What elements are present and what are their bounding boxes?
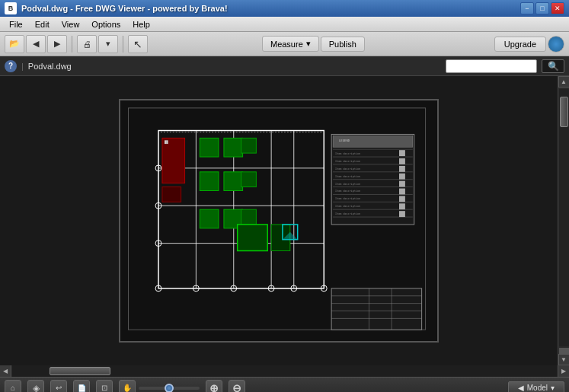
app-icon: B — [5, 2, 17, 14]
svg-rect-47 — [399, 166, 405, 172]
window-controls: − □ ✕ — [520, 2, 564, 14]
svg-text:Item description: Item description — [335, 197, 360, 200]
svg-rect-21 — [224, 138, 243, 157]
layers-button[interactable]: ◈ — [27, 380, 44, 393]
address-bar: ? | Podval.dwg 🔍 — [0, 56, 569, 76]
svg-text:Item description: Item description — [335, 175, 360, 178]
back-button[interactable]: ◀ — [26, 35, 46, 53]
svg-rect-51 — [399, 196, 405, 202]
address-separator: | — [21, 62, 24, 71]
zoom-slider-container: ✋ — [119, 380, 200, 393]
menu-options[interactable]: Options — [85, 18, 126, 30]
menu-view[interactable]: View — [56, 18, 86, 30]
pages-button[interactable]: 📄 — [73, 380, 90, 393]
status-bar: ⌂ ◈ ↩ 📄 ⊡ ✋ ⊕ ⊖ ◀ Model ▾ — [0, 377, 569, 392]
svg-text:Item description: Item description — [335, 205, 360, 208]
zoom-in-button[interactable]: ⊕ — [206, 380, 222, 393]
scroll-up-button[interactable]: ▲ — [558, 76, 570, 88]
svg-rect-50 — [399, 189, 405, 195]
drawing-container: ██ LEGEND Item description Item descript… — [119, 99, 439, 343]
main-content: ██ LEGEND Item description Item descript… — [0, 76, 569, 365]
file-name: Podval.dwg — [28, 62, 72, 71]
home-button[interactable]: ⌂ — [5, 380, 21, 393]
view-dropdown[interactable] — [446, 59, 537, 73]
toolbar-sep-1 — [72, 36, 72, 53]
svg-text:LEGEND: LEGEND — [339, 139, 350, 142]
svg-rect-22 — [200, 172, 219, 191]
zoom-out-button[interactable]: ⊖ — [229, 380, 245, 393]
svg-rect-32 — [162, 187, 181, 202]
zoom-thumb[interactable] — [165, 384, 174, 393]
menu-edit[interactable]: Edit — [29, 18, 56, 30]
svg-rect-27 — [241, 172, 257, 187]
scroll-down-button[interactable]: ▼ — [558, 354, 570, 365]
svg-rect-46 — [399, 158, 405, 164]
svg-rect-53 — [399, 211, 405, 217]
svg-rect-52 — [399, 203, 405, 209]
menu-file[interactable]: File — [3, 18, 29, 30]
scroll-thumb-h[interactable] — [50, 367, 110, 375]
svg-text:Item description: Item description — [335, 167, 360, 171]
scroll-track-v[interactable] — [559, 89, 569, 346]
svg-rect-23 — [224, 172, 243, 191]
svg-rect-24 — [200, 209, 219, 228]
print-button[interactable]: 🖨 — [77, 35, 97, 53]
svg-text:Item description: Item description — [335, 160, 360, 163]
title-bar: B Podval.dwg - Free DWG Viewer - powered… — [0, 0, 569, 17]
svg-rect-28 — [241, 209, 257, 225]
scroll-track-h[interactable] — [11, 365, 558, 377]
globe-icon[interactable] — [548, 36, 564, 53]
fit-button[interactable]: ⊡ — [96, 380, 113, 393]
zoom-slider[interactable] — [139, 387, 200, 390]
svg-text:Item description: Item description — [335, 190, 360, 193]
model-arrow-left: ◀ — [518, 384, 524, 392]
dwg-drawing: ██ LEGEND Item description Item descript… — [120, 100, 437, 341]
scroll-divider — [559, 348, 569, 354]
vertical-scrollbar: ▲ ▼ — [558, 76, 569, 365]
print-dropdown[interactable]: ▾ — [98, 35, 118, 53]
pan-button[interactable]: ✋ — [119, 380, 136, 393]
toolbar: 📂 ◀ ▶ 🖨 ▾ ↖ Measure ▾ Publish Upgrade — [0, 32, 569, 56]
search-box[interactable]: 🔍 — [542, 59, 564, 73]
menu-bar: File Edit View Options Help — [0, 17, 569, 32]
upgrade-button[interactable]: Upgrade — [494, 37, 546, 52]
open-button[interactable]: 📂 — [5, 35, 24, 53]
model-label: Model — [527, 384, 548, 392]
svg-rect-20 — [200, 138, 219, 157]
minimize-button[interactable]: − — [520, 2, 534, 14]
menu-help[interactable]: Help — [126, 18, 156, 30]
scroll-left-button[interactable]: ◀ — [0, 365, 11, 377]
toolbar-sep-2 — [123, 36, 123, 53]
publish-button[interactable]: Publish — [321, 37, 365, 52]
svg-text:Item description: Item description — [335, 183, 360, 186]
model-dropdown-arrow: ▾ — [551, 384, 555, 392]
close-button[interactable]: ✕ — [551, 2, 564, 14]
scroll-thumb-v[interactable] — [560, 97, 568, 127]
svg-rect-49 — [399, 181, 405, 187]
window-title: Podval.dwg - Free DWG Viewer - powered b… — [21, 4, 516, 13]
svg-text:Item description: Item description — [335, 212, 360, 215]
svg-rect-26 — [241, 138, 257, 153]
svg-text:Item description: Item description — [335, 152, 360, 155]
maximize-button[interactable]: □ — [535, 2, 549, 14]
svg-rect-31 — [162, 138, 185, 183]
svg-text:██: ██ — [164, 140, 168, 144]
help-icon[interactable]: ? — [5, 60, 17, 72]
measure-label: Measure — [270, 40, 303, 49]
model-button[interactable]: ◀ Model ▾ — [508, 381, 564, 392]
forward-button[interactable]: ▶ — [47, 35, 67, 53]
horizontal-scrollbar: ◀ ▶ — [0, 365, 569, 377]
select-tool[interactable]: ↖ — [128, 35, 148, 53]
undo-button[interactable]: ↩ — [50, 380, 67, 393]
svg-rect-45 — [399, 150, 405, 156]
measure-button[interactable]: Measure ▾ — [262, 36, 319, 52]
scroll-right-button[interactable]: ▶ — [558, 365, 569, 377]
drawing-canvas[interactable]: ██ LEGEND Item description Item descript… — [0, 76, 558, 365]
svg-rect-48 — [399, 174, 405, 180]
svg-rect-54 — [331, 288, 422, 330]
measure-arrow: ▾ — [306, 39, 311, 49]
svg-rect-29 — [238, 225, 268, 251]
